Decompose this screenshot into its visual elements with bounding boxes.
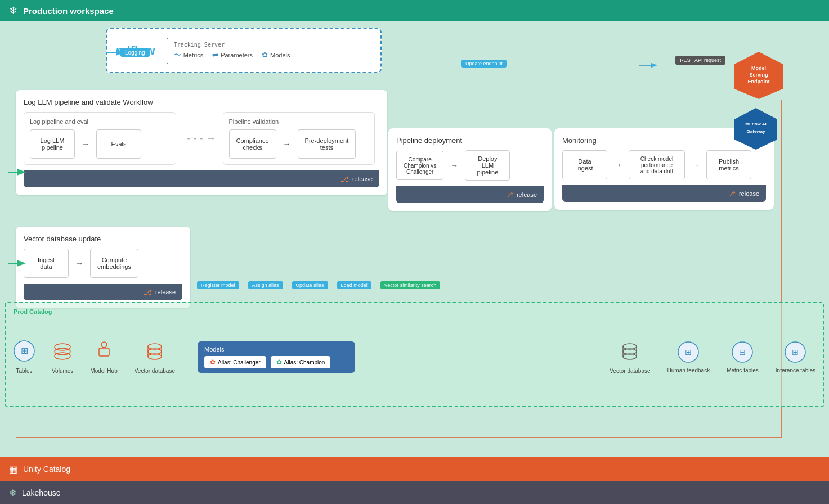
register-model-badge: Register model xyxy=(197,281,239,289)
svg-text:Endpoint: Endpoint xyxy=(748,79,770,84)
workflow-release-text: release xyxy=(352,176,373,182)
vector-db-icon xyxy=(144,340,165,366)
lakehouse-title: Lakehouse xyxy=(22,488,61,497)
arrow4: → xyxy=(614,160,622,169)
dashed-arrow: - - - → xyxy=(187,112,216,165)
check-model-box: Check model performance and data drift xyxy=(629,150,685,179)
deployment-release-bar: ⎇ release xyxy=(396,186,544,203)
metric-tables-icon: ⊟ xyxy=(732,341,753,365)
svg-text:⊞: ⊞ xyxy=(21,346,28,356)
log-pipeline-panel: Log pipeline and eval Log LLM pipeline →… xyxy=(24,112,176,165)
alias-champion: ✿ Alias: Champion xyxy=(271,356,331,368)
catalog-volumes: Volumes xyxy=(52,340,73,374)
catalog-model-hub: Model Hub xyxy=(90,340,117,374)
git-icon3: ⎇ xyxy=(727,190,736,198)
mlflow-gateway-container: MLflow AI Gateway xyxy=(733,107,778,151)
monitoring-release-text: release xyxy=(739,190,759,197)
svg-text:Model: Model xyxy=(751,65,766,71)
workflow-release-bar: ⎇ release xyxy=(24,170,379,187)
compare-champion-box: Compare Champion vs Challenger xyxy=(396,151,443,180)
svg-rect-18 xyxy=(99,348,109,356)
pipeline-validation-panel: Pipeline validation Compliance checks → … xyxy=(223,112,375,165)
vector-db-label: Vector database xyxy=(135,368,175,374)
unity-icon: ▦ xyxy=(9,464,17,475)
arrow3: → xyxy=(450,161,458,170)
vector-db-title: Vector database update xyxy=(24,235,182,243)
tracking-server-title: Tracking Server xyxy=(174,42,364,48)
unity-catalog-bar: ▦ Unity Catalog xyxy=(0,457,829,482)
tables-label: Tables xyxy=(16,368,33,374)
svg-point-19 xyxy=(101,342,107,348)
metric-tables-label: Metric tables xyxy=(727,367,759,374)
models-box: Models ✿ Alias: Challenger ✿ Alias: Cham… xyxy=(198,341,355,373)
git-icon4: ⎇ xyxy=(144,288,152,296)
workflow-title: Log LLM pipeline and validate Workflow xyxy=(24,98,379,106)
update-endpoint-badge: Update endpoint xyxy=(461,57,507,68)
main-area: mlflow Tracking Server 〜 Metrics ⇌ Param… xyxy=(0,21,829,457)
human-feedback-label: Human feedback xyxy=(667,367,710,374)
vector-db2-icon xyxy=(619,340,640,366)
lakehouse-icon: ❄ xyxy=(9,488,16,498)
lakehouse-bar: ❄ Lakehouse xyxy=(0,482,829,504)
workspace-icon: ❄ xyxy=(9,4,17,17)
volumes-label: Volumes xyxy=(52,368,73,374)
svg-text:⊞: ⊞ xyxy=(685,348,692,357)
arrow2: → xyxy=(283,140,291,148)
publish-metrics-box: Publish metrics xyxy=(706,150,751,179)
deployment-release-text: release xyxy=(517,191,537,198)
models-title: Models xyxy=(204,346,348,353)
vector-db-box: Vector database update Ingest data → Com… xyxy=(16,227,190,308)
tables-icon: ⊞ xyxy=(14,340,35,366)
metrics-item: 〜 Metrics xyxy=(174,50,203,60)
catalog-vector-db: Vector database xyxy=(135,340,175,374)
inference-tables-icon: ⊞ xyxy=(785,341,806,365)
log-llm-box: Log LLM pipeline xyxy=(30,129,75,159)
monitoring-release-bar: ⎇ release xyxy=(562,185,766,202)
arrow5: → xyxy=(692,160,700,169)
git-icon2: ⎇ xyxy=(505,191,513,199)
git-icon1: ⎇ xyxy=(340,175,349,183)
svg-text:⊟: ⊟ xyxy=(739,348,746,357)
deployment-title: Pipeline deployment xyxy=(396,136,544,145)
workflow-box: Log LLM pipeline and validate Workflow L… xyxy=(16,90,387,195)
human-feedback-icon: ⊞ xyxy=(678,341,699,365)
prod-catalog-title: Prod Catalog xyxy=(14,308,815,315)
model-hub-label: Model Hub xyxy=(90,368,117,374)
badges-row: Register model Assign alias Update alias… xyxy=(197,281,440,289)
compliance-checks-box: Compliance checks xyxy=(229,129,276,159)
vector-similarity-badge: Vector similarity search xyxy=(380,281,441,289)
prod-catalog: Prod Catalog ⊞ Tables Volumes xyxy=(5,302,824,407)
arrow1: → xyxy=(82,140,89,148)
vector-db2-label: Vector database xyxy=(610,368,650,374)
inference-tables-label: Inference tables xyxy=(776,367,815,374)
svg-text:MLflow AI: MLflow AI xyxy=(745,122,766,127)
svg-text:⊞: ⊞ xyxy=(792,348,799,357)
workspace-title: Production workspace xyxy=(23,6,114,16)
svg-point-17 xyxy=(55,353,70,359)
rest-api-badge: REST API request xyxy=(675,54,725,64)
pre-deployment-box: Pre-deployment tests xyxy=(298,129,356,159)
arrow6: → xyxy=(75,259,83,268)
log-pipeline-title: Log pipeline and eval xyxy=(30,118,170,125)
catalog-human-feedback: ⊞ Human feedback xyxy=(667,341,710,374)
deployment-box: Pipeline deployment Compare Champion vs … xyxy=(388,128,552,211)
parameters-item: ⇌ Parameters xyxy=(212,51,253,59)
model-serving-container: Model Serving Endpoint xyxy=(733,51,784,100)
update-alias-badge: Update alias xyxy=(292,281,328,289)
tracking-server-box: Tracking Server 〜 Metrics ⇌ Parameters ✿… xyxy=(167,38,371,64)
logging-badge: Logging xyxy=(120,48,150,57)
svg-text:Serving: Serving xyxy=(749,72,768,78)
assign-alias-badge: Assign alias xyxy=(248,281,283,289)
compute-embeddings-box: Compute embeddings xyxy=(90,249,138,278)
model-hub-icon xyxy=(93,340,115,366)
catalog-tables: ⊞ Tables xyxy=(14,340,35,374)
catalog-inference-tables: ⊞ Inference tables xyxy=(776,341,815,374)
catalog-metric-tables: ⊟ Metric tables xyxy=(727,341,759,374)
volumes-icon xyxy=(52,340,73,366)
ingest-data-box: Ingest data xyxy=(24,249,69,278)
data-ingest-box: Data ingest xyxy=(562,150,607,179)
pipeline-validation-title: Pipeline validation xyxy=(229,118,369,125)
load-model-badge: Load model xyxy=(337,281,371,289)
models-item: ✿ Models xyxy=(262,51,290,59)
catalog-vector-db2: Vector database xyxy=(610,340,650,374)
